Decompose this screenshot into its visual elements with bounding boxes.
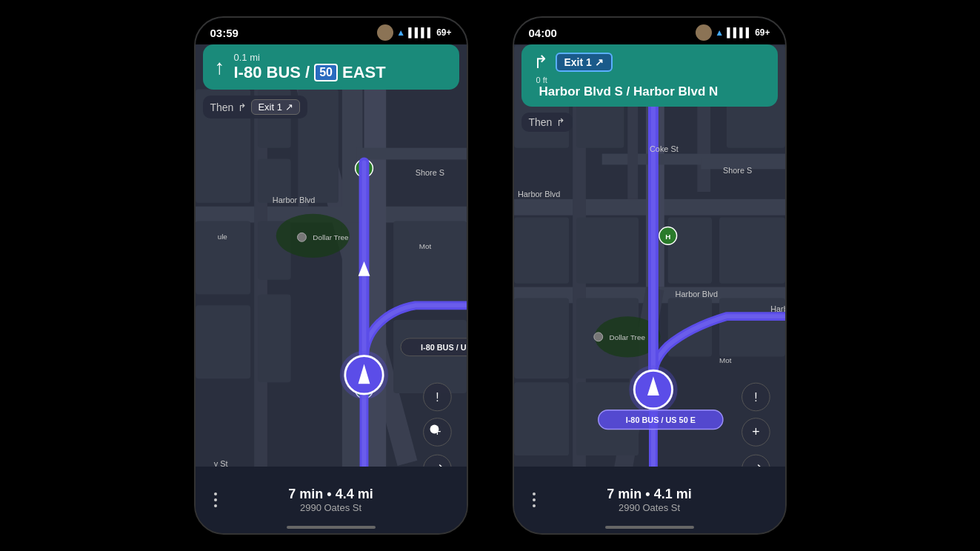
direction-card-1[interactable]: ↑ 0.1 mi I-80 BUS / 50 EAST [203, 44, 459, 90]
menu-button-1[interactable] [210, 489, 221, 511]
svg-text:Harbor Blvd: Harbor Blvd [272, 196, 314, 204]
svg-text:I-80 BUS / US 50 E: I-80 BUS / US 50 E [421, 343, 467, 352]
status-icons-1: ▲ ▌▌▌▌ 69+ [377, 24, 451, 41]
signal-bars-1: ▌▌▌▌ [408, 27, 433, 38]
then-row-1: Then ↱ Exit 1 ↗ [203, 96, 307, 118]
svg-text:Dollar Tree: Dollar Tree [313, 233, 349, 241]
then-label-1: Then [210, 101, 234, 113]
status-bar-2: 04:00 ▲ ▌▌▌▌ 69+ [514, 18, 785, 44]
address-2: 2990 Oates St [619, 502, 680, 513]
home-indicator-2 [605, 526, 694, 529]
svg-rect-62 [719, 218, 784, 284]
signal-text-2: 69+ [755, 27, 770, 38]
svg-point-40 [430, 425, 439, 434]
bottom-bar-2: 7 min • 4.1 mi 2990 Oates St [514, 467, 785, 533]
svg-text:H: H [665, 233, 670, 241]
direction-arrow-2: ↱ [533, 52, 548, 73]
svg-text:+: + [752, 424, 759, 439]
then-label-2: Then [529, 116, 553, 128]
svg-rect-7 [356, 148, 466, 160]
exit-badge-1: Exit 1 ↗ [251, 99, 299, 115]
then-row-2: Then ↱ [521, 113, 573, 132]
dot-2 [214, 498, 217, 501]
direction-arrow-1: ↑ [215, 56, 225, 79]
svg-rect-16 [393, 221, 467, 310]
exit-street-2: Harbor Blvd S / Harbor Blvd N [536, 84, 766, 99]
svg-text:!: ! [754, 391, 757, 404]
exit-distance-2: 0 ft [536, 76, 766, 84]
svg-text:Mot: Mot [719, 356, 731, 364]
svg-text:Harbor Blvd: Harbor Blvd [517, 190, 559, 198]
status-bar-1: 03:59 ▲ ▌▌▌▌ 69+ [196, 18, 467, 44]
phones-container: 03:59 ▲ ▌▌▌▌ 69+ [0, 0, 980, 551]
street-name-1: I-80 BUS / [234, 63, 310, 82]
svg-text:Coke St: Coke St [650, 144, 679, 153]
svg-text:Harb: Harb [770, 304, 785, 313]
then-arrow-1: ↱ [238, 101, 247, 113]
svg-text:Dollar Tree: Dollar Tree [609, 333, 645, 341]
then-arrow-2: ↱ [556, 116, 565, 128]
svg-text:Harbor Blvd: Harbor Blvd [675, 290, 717, 298]
dot-1 [214, 492, 217, 495]
nav-header-2: ↱ Exit 1 ↗ 0 ft Harbor Blvd S / Harbor B… [521, 44, 778, 132]
time-2: 04:00 [529, 27, 557, 39]
eta-1: 7 min • 4.4 mi [288, 487, 373, 502]
dot-5 [533, 498, 536, 501]
three-dots-1 [210, 489, 221, 511]
svg-rect-15 [258, 294, 291, 382]
exit-sign-2: Exit 1 ↗ [556, 53, 613, 72]
direction-suffix-1: EAST [342, 63, 386, 82]
phone-2: 04:00 ▲ ▌▌▌▌ 69+ [513, 16, 787, 535]
highway-badge-1: 50 [314, 64, 338, 81]
phone-1: 03:59 ▲ ▌▌▌▌ 69+ [194, 16, 468, 535]
svg-rect-17 [393, 320, 467, 393]
svg-rect-56 [514, 218, 569, 284]
svg-rect-57 [514, 298, 569, 378]
address-1: 2990 Oates St [300, 502, 361, 513]
svg-text:Mot: Mot [419, 242, 431, 250]
avatar-2 [696, 24, 712, 41]
direction-card-2[interactable]: ↱ Exit 1 ↗ 0 ft Harbor Blvd S / Harbor B… [521, 44, 778, 107]
direction-text-1: 0.1 mi I-80 BUS / 50 EAST [234, 52, 386, 82]
location-icon-1: ▲ [396, 27, 405, 38]
nav-header-1: ↑ 0.1 mi I-80 BUS / 50 EAST Then ↱ Exit … [203, 44, 459, 118]
exit-card-top-2: ↱ Exit 1 ↗ [533, 52, 766, 73]
bottom-bar-1: 7 min • 4.4 mi 2990 Oates St [196, 467, 467, 533]
signal-text-1: 69+ [436, 27, 451, 38]
svg-point-82 [593, 333, 602, 341]
home-indicator-1 [287, 526, 376, 529]
svg-rect-13 [196, 305, 250, 378]
svg-rect-58 [576, 218, 639, 284]
three-dots-2 [529, 489, 539, 511]
street-1: I-80 BUS / 50 EAST [234, 63, 386, 82]
svg-text:Shore S: Shore S [415, 168, 444, 177]
signal-bars-2: ▌▌▌▌ [727, 27, 752, 38]
avatar-1 [377, 24, 393, 41]
dot-3 [214, 504, 217, 507]
svg-text:!: ! [436, 391, 439, 404]
svg-rect-60 [667, 218, 711, 284]
location-icon-2: ▲ [715, 27, 724, 38]
dot-6 [533, 504, 536, 507]
svg-text:ule: ule [217, 233, 227, 241]
dot-4 [533, 492, 536, 495]
menu-button-2[interactable] [529, 489, 539, 511]
distance-1: 0.1 mi [234, 52, 386, 63]
svg-text:Shore S: Shore S [722, 166, 751, 175]
eta-2: 7 min • 4.1 mi [607, 487, 691, 502]
svg-text:I-80 BUS / US 50 E: I-80 BUS / US 50 E [625, 415, 695, 424]
svg-point-28 [297, 233, 306, 241]
time-1: 03:59 [210, 27, 239, 39]
svg-rect-64 [514, 382, 569, 455]
status-icons-2: ▲ ▌▌▌▌ 69+ [696, 24, 770, 41]
exit-sign-label-2: Exit 1 ↗ [564, 56, 604, 68]
